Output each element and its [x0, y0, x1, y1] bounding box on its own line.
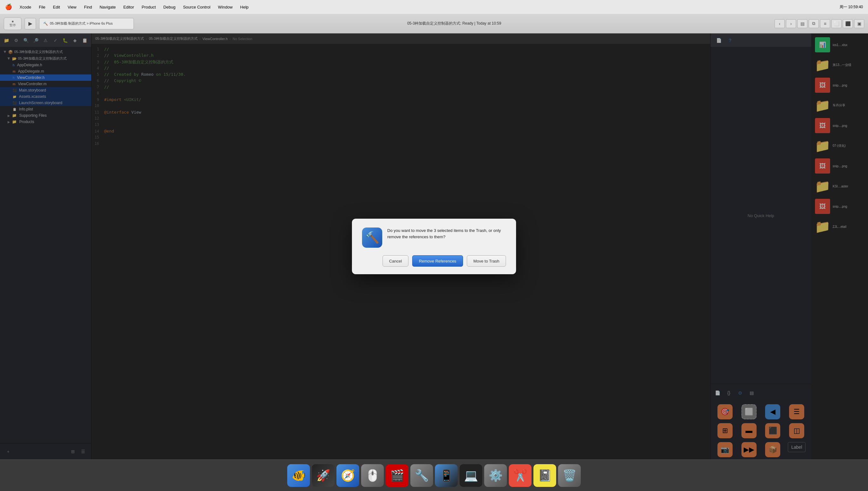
scheme-selector[interactable]: 🔨 05-3种加载·制器的方式 > iPhone 6s Plus: [39, 18, 134, 29]
dock-notes[interactable]: 📓: [533, 464, 556, 487]
xcode-app-icon: 🔨: [362, 228, 382, 248]
modal-overlay: 🔨 Do you want to move the 3 selected ite…: [0, 33, 868, 459]
dock: 🐠 🚀 🧭 🖱️ 🎬 🔧 📱 💻 ⚙️ ✂️ 📓 🗑️: [0, 459, 868, 491]
move-to-trash-button[interactable]: Move to Trash: [467, 255, 506, 267]
dialog-buttons: Cancel Remove References Move to Trash: [362, 255, 506, 267]
delete-confirm-dialog: 🔨 Do you want to move the 3 selected ite…: [352, 219, 516, 274]
dialog-message: Do you want to move the 3 selected items…: [387, 228, 506, 240]
dock-finder[interactable]: 🐠: [287, 464, 310, 487]
stop-button[interactable]: ■ 暂停: [4, 17, 22, 30]
remove-references-button[interactable]: Remove References: [412, 255, 463, 267]
dock-launchpad[interactable]: 🚀: [312, 464, 335, 487]
dock-safari[interactable]: 🧭: [337, 464, 359, 487]
menu-window[interactable]: Window: [218, 5, 233, 9]
dock-terminal[interactable]: 💻: [460, 464, 482, 487]
inspector-toggle-button[interactable]: ▣: [854, 19, 864, 28]
svg-text:🔨: 🔨: [365, 231, 379, 244]
menu-file[interactable]: File: [39, 5, 46, 9]
editor-standard-button[interactable]: ▤: [797, 19, 807, 28]
debug-toggle-button[interactable]: ⬛: [843, 19, 853, 28]
dock-trash[interactable]: 🗑️: [558, 464, 581, 487]
dock-mindnode[interactable]: ✂️: [509, 464, 531, 487]
run-button[interactable]: ▶: [25, 18, 36, 29]
nav-forward-button[interactable]: ›: [786, 19, 796, 28]
menu-product[interactable]: Product: [142, 5, 156, 9]
menu-help[interactable]: Help: [240, 5, 249, 9]
editor-assistant-button[interactable]: ⧉: [809, 19, 819, 28]
nav-back-button[interactable]: ‹: [775, 19, 785, 28]
cancel-button[interactable]: Cancel: [382, 255, 408, 267]
menu-editor[interactable]: Editor: [123, 5, 134, 9]
dialog-text: Do you want to move the 3 selected items…: [387, 228, 506, 240]
navigator-toggle-button[interactable]: ⬜: [831, 19, 841, 28]
menu-xcode[interactable]: Xcode: [20, 5, 31, 9]
dock-simulator[interactable]: 📱: [435, 464, 458, 487]
dock-preferences[interactable]: ⚙️: [484, 464, 507, 487]
menu-navigate[interactable]: Navigate: [99, 5, 116, 9]
menu-debug[interactable]: Debug: [164, 5, 175, 9]
xcode-scheme-icon: 🔨: [43, 22, 48, 26]
menu-edit[interactable]: Edit: [53, 5, 60, 9]
menu-view[interactable]: View: [67, 5, 77, 9]
toolbar: ■ 暂停 ▶ 🔨 05-3种加载·制器的方式 > iPhone 6s Plus …: [0, 14, 868, 33]
editor-version-button[interactable]: ≡: [820, 19, 830, 28]
scheme-name: 05-3种加载·制器的方式 > iPhone 6s Plus: [50, 21, 113, 26]
menubar: 🍎 Xcode File Edit View Find Navigate Edi…: [0, 0, 868, 14]
dock-photobooth[interactable]: 🎬: [386, 464, 408, 487]
build-status: 05-3种加载自定义控制器的方式: Ready | Today at 10:59: [137, 21, 772, 26]
run-icon: ▶: [28, 21, 32, 27]
menu-find[interactable]: Find: [84, 5, 92, 9]
menu-source-control[interactable]: Source Control: [183, 5, 210, 9]
dock-tools[interactable]: 🔧: [410, 464, 433, 487]
dock-mouse[interactable]: 🖱️: [361, 464, 384, 487]
apple-menu[interactable]: 🍎: [5, 3, 12, 10]
menubar-clock: 周一 10:59:40: [840, 4, 863, 10]
dialog-header: 🔨 Do you want to move the 3 selected ite…: [362, 228, 506, 248]
stop-icon: ■: [12, 20, 13, 23]
